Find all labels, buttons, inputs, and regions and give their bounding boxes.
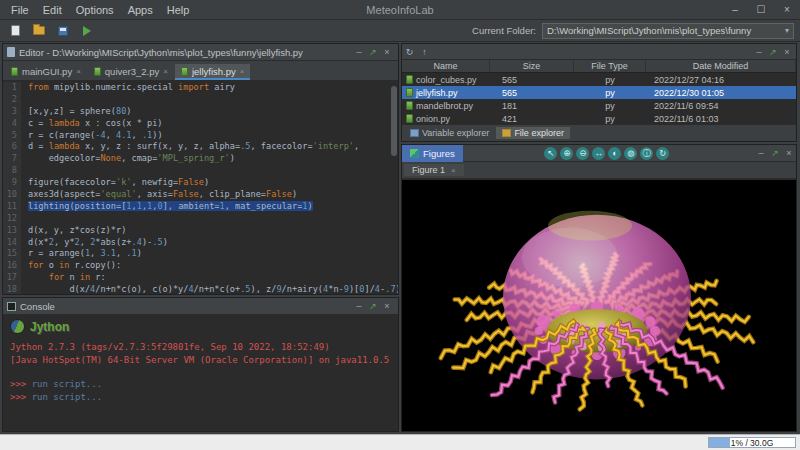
menu-help[interactable]: Help xyxy=(160,2,197,18)
minimize-icon[interactable]: – xyxy=(752,47,766,57)
close-icon[interactable]: × xyxy=(380,47,394,57)
jython-logo-row: Jython xyxy=(10,319,391,334)
minimize-icon[interactable]: – xyxy=(352,47,366,57)
explorer-bottom-tabs: Variable explorerFile explorer xyxy=(402,124,796,141)
line-number: 9 xyxy=(3,177,21,189)
minimize-icon[interactable]: – xyxy=(352,301,366,311)
editor-tab-jellyfish.py[interactable]: jellyfish.py× xyxy=(175,64,251,80)
file-name-cell: jellyfish.py xyxy=(402,88,490,98)
run-script-button[interactable] xyxy=(78,22,96,39)
menu-file[interactable]: File xyxy=(4,2,36,18)
table-row[interactable]: mandelbrot.py181py2022/11/6 09:54 xyxy=(402,99,796,112)
new-script-button[interactable] xyxy=(6,22,24,39)
code-text: axes3d(aspect='equal', axis=False, clip_… xyxy=(21,189,297,201)
float-icon[interactable]: ↗ xyxy=(366,301,380,311)
close-icon[interactable]: × xyxy=(780,47,794,57)
toolbar-buttons xyxy=(6,22,96,39)
file-date-cell: 2022/12/30 01:05 xyxy=(646,88,796,98)
menu-apps[interactable]: Apps xyxy=(121,2,160,18)
editor-tab-mainGUI.py[interactable]: mainGUI.py× xyxy=(5,64,87,80)
float-icon[interactable]: ↗ xyxy=(766,47,780,57)
figure-canvas[interactable] xyxy=(402,180,796,431)
close-icon[interactable]: × xyxy=(774,0,800,19)
file-size-cell: 421 xyxy=(490,114,574,124)
titlebar: FileEditOptionsAppsHelp MeteoInfoLab –☐× xyxy=(0,0,800,20)
rotate-icon[interactable]: ↻ xyxy=(656,147,669,160)
code-text: c = lambda x : cos(x * pi) xyxy=(21,118,163,130)
memory-indicator[interactable]: 1% / 30.0G xyxy=(708,437,796,448)
file-type-cell: py xyxy=(574,114,646,124)
panel-controls: –↗× xyxy=(752,47,794,57)
table-row[interactable]: jellyfish.py565py2022/12/30 01:05 xyxy=(402,86,796,99)
window-controls: –☐× xyxy=(722,0,800,19)
editor-tabs: mainGUI.py×quiver3_2.py×jellyfish.py× xyxy=(3,61,398,81)
code-area[interactable]: 1from mipylib.numeric.special import air… xyxy=(3,82,398,294)
code-line: 1from mipylib.numeric.special import air… xyxy=(3,82,398,94)
document-icon xyxy=(7,47,15,57)
pan-icon[interactable]: ↔ xyxy=(592,147,605,160)
line-number: 8 xyxy=(3,165,21,177)
code-line: 16for o in r.copy(): xyxy=(3,260,398,272)
console-panel-header: Console –↗× xyxy=(3,298,398,315)
menu-options[interactable]: Options xyxy=(69,2,121,18)
code-text: from mipylib.numeric.special import airy xyxy=(21,82,235,94)
open-file-button[interactable] xyxy=(30,22,48,39)
column-header-type[interactable]: File Type xyxy=(574,60,646,72)
console-output[interactable]: Jython Jython 2.7.3 (tags/v2.7.3:5f29801… xyxy=(3,315,398,431)
tab-variable-explorer[interactable]: Variable explorer xyxy=(404,127,495,139)
float-icon[interactable]: ↗ xyxy=(768,148,782,158)
menu-edit[interactable]: Edit xyxy=(36,2,69,18)
chevron-down-icon[interactable]: ▾ xyxy=(785,26,789,35)
statusbar: 1% / 30.0G xyxy=(0,434,800,450)
maximize-icon[interactable]: ☐ xyxy=(748,0,774,19)
column-header-name[interactable]: Name xyxy=(402,60,490,72)
zoom-out-icon[interactable]: ⊖ xyxy=(576,147,589,160)
line-number: 6 xyxy=(3,141,21,153)
editor-tab-quiver3_2.py[interactable]: quiver3_2.py× xyxy=(88,64,174,80)
close-icon[interactable]: × xyxy=(451,166,456,175)
parent-folder-icon[interactable]: ↑ xyxy=(417,47,432,57)
line-number: 5 xyxy=(3,130,21,142)
zoom-in-icon[interactable]: ⊕ xyxy=(560,147,573,160)
globe-icon[interactable]: ◐ xyxy=(608,147,621,160)
cursor-icon[interactable]: ↖ xyxy=(544,147,557,160)
file-type-cell: py xyxy=(574,75,646,85)
file-date-cell: 2022/12/27 04:16 xyxy=(646,75,796,85)
panel-controls: –↗× xyxy=(352,301,394,311)
globe-grid-icon[interactable]: ◍ xyxy=(624,147,637,160)
file-explorer-panel: ↻↑ –↗× NameSizeFile TypeDate Modified co… xyxy=(401,43,797,142)
minimize-icon[interactable]: – xyxy=(722,0,748,19)
figure-tab-figure-1[interactable]: Figure 1× xyxy=(404,164,464,176)
table-icon xyxy=(410,129,419,137)
column-header-size[interactable]: Size xyxy=(490,60,574,72)
close-icon[interactable]: × xyxy=(76,67,81,76)
column-header-date[interactable]: Date Modified xyxy=(646,60,796,72)
info-icon[interactable]: ⓘ xyxy=(640,147,653,160)
code-text: d = lambda x, y, z : surf(x, y, z, alpha… xyxy=(21,141,359,153)
editor-panel-header: Editor - D:\Working\MIScript\Jython\mis\… xyxy=(3,44,398,61)
close-icon[interactable]: × xyxy=(380,301,394,311)
editor-tab-label: jellyfish.py xyxy=(192,66,236,77)
close-icon[interactable]: × xyxy=(163,67,168,76)
close-icon[interactable]: × xyxy=(782,148,796,158)
table-row[interactable]: color_cubes.py565py2022/12/27 04:16 xyxy=(402,73,796,86)
python-file-icon xyxy=(406,75,413,84)
current-folder-value: D:\Working\MIScript\Jython\mis\plot_type… xyxy=(547,25,751,36)
float-icon[interactable]: ↗ xyxy=(366,47,380,57)
file-explorer-tools: ↻↑ xyxy=(402,47,432,57)
menu-bar: FileEditOptionsAppsHelp xyxy=(0,2,196,18)
tab-file-explorer[interactable]: File explorer xyxy=(496,127,570,139)
code-line: 12 xyxy=(3,213,398,225)
minimize-icon[interactable]: – xyxy=(754,148,768,158)
close-icon[interactable]: × xyxy=(240,67,245,76)
editor-scrollbar[interactable] xyxy=(391,86,397,156)
current-folder-combobox[interactable]: D:\Working\MIScript\Jython\mis\plot_type… xyxy=(542,23,794,39)
folder-icon xyxy=(502,129,511,137)
save-button[interactable] xyxy=(54,22,72,39)
python-file-icon xyxy=(406,88,413,97)
python-file-icon xyxy=(94,67,101,76)
refresh-icon[interactable]: ↻ xyxy=(402,47,417,57)
current-folder-label: Current Folder: xyxy=(472,25,536,36)
figures-title-chip[interactable]: Figures xyxy=(402,145,463,162)
code-text: figure(facecolor='k', newfig=False) xyxy=(21,177,209,189)
